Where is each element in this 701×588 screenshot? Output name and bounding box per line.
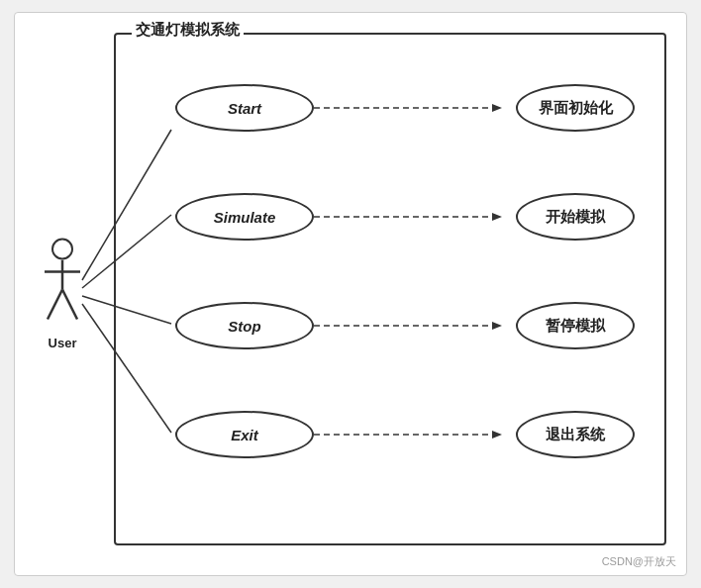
use-case-begin-sim: 开始模拟: [516, 193, 635, 241]
watermark: CSDN@开放天: [602, 554, 676, 569]
svg-marker-11: [492, 213, 502, 221]
use-case-quit-sys: 退出系统: [516, 411, 635, 458]
svg-line-7: [62, 290, 77, 320]
svg-marker-13: [492, 322, 502, 330]
actor-body-svg: [38, 260, 87, 330]
system-box: 交通灯模拟系统 Start Simulate Stop Exit: [114, 33, 666, 545]
use-case-pause-sim: 暂停模拟: [516, 302, 635, 349]
use-case-exit[interactable]: Exit: [175, 411, 314, 458]
actor-user: User: [33, 239, 92, 350]
svg-marker-9: [492, 104, 502, 112]
use-case-start[interactable]: Start: [175, 84, 314, 132]
system-title: 交通灯模拟系统: [132, 21, 244, 40]
actor-label: User: [49, 336, 77, 350]
svg-line-6: [48, 290, 62, 320]
svg-marker-15: [492, 431, 502, 439]
use-case-stop[interactable]: Stop: [175, 302, 314, 349]
use-case-simulate[interactable]: Simulate: [175, 193, 314, 241]
use-case-init: 界面初始化: [516, 84, 635, 132]
actor-head: [51, 239, 73, 260]
diagram-container: User 交通灯模拟系统 Start Simulate Stop: [14, 12, 687, 576]
